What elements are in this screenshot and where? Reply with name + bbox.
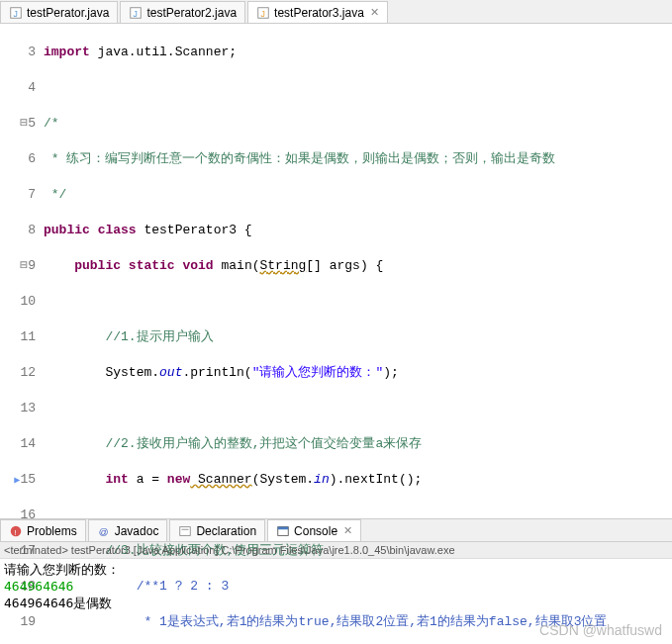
tab-label: testPerator.java bbox=[27, 6, 109, 20]
java-file-icon: J bbox=[256, 6, 270, 20]
close-icon[interactable]: ✕ bbox=[343, 524, 352, 537]
java-file-icon: J bbox=[9, 6, 23, 20]
svg-text:@: @ bbox=[98, 525, 108, 536]
svg-text:J: J bbox=[13, 8, 17, 18]
svg-rect-12 bbox=[278, 526, 289, 529]
tab-testperator3[interactable]: J testPerator3.java ✕ bbox=[247, 1, 388, 23]
tab-problems[interactable]: ! Problems bbox=[0, 519, 86, 541]
tab-testperator2[interactable]: J testPerator2.java bbox=[120, 1, 245, 23]
code-editor[interactable]: 3 4 ⊟5 6 7 8 ⊟9 10 11 12 13 14 ▶15 16 17… bbox=[0, 24, 672, 518]
tab-label: testPerator3.java bbox=[274, 6, 364, 20]
java-file-icon: J bbox=[129, 6, 143, 20]
problems-icon: ! bbox=[9, 524, 23, 538]
declaration-icon bbox=[178, 524, 192, 538]
tab-label: testPerator2.java bbox=[146, 6, 237, 20]
tab-declaration[interactable]: Declaration bbox=[169, 519, 265, 541]
close-icon[interactable]: ✕ bbox=[370, 6, 379, 19]
code-area[interactable]: import java.util.Scanner; /* * 练习：编写判断任意… bbox=[40, 24, 672, 518]
javadoc-icon: @ bbox=[97, 524, 111, 538]
editor-tabs: J testPerator.java J testPerator2.java J… bbox=[0, 0, 672, 24]
tab-javadoc[interactable]: @ Javadoc bbox=[88, 519, 168, 541]
tab-console[interactable]: Console ✕ bbox=[267, 519, 361, 541]
tab-testperator[interactable]: J testPerator.java bbox=[0, 1, 118, 23]
line-number-gutter: 3 4 ⊟5 6 7 8 ⊟9 10 11 12 13 14 ▶15 16 17… bbox=[0, 24, 40, 518]
svg-rect-9 bbox=[180, 526, 191, 535]
svg-text:J: J bbox=[260, 8, 264, 18]
console-icon bbox=[276, 524, 290, 538]
svg-text:!: ! bbox=[14, 527, 16, 536]
svg-text:J: J bbox=[134, 8, 138, 18]
